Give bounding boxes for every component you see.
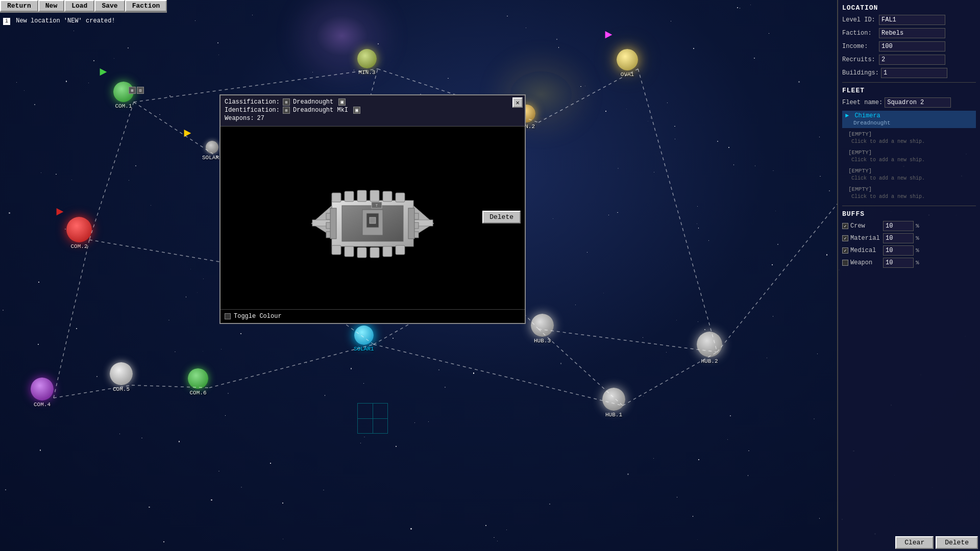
clear-button[interactable]: Clear [895, 536, 934, 549]
fleet-empty-2: [EMPTY] [845, 130, 875, 138]
classification-icon: ⊞ [283, 98, 290, 106]
new-button[interactable]: New [38, 0, 64, 12]
crew-checkbox[interactable] [842, 223, 848, 229]
delete-button[interactable]: Delete [936, 536, 978, 549]
save-button[interactable]: Save [94, 0, 125, 12]
material-percent: % [916, 235, 919, 241]
map-node-com5[interactable]: COM.5 [110, 362, 133, 392]
toggle-colour-checkbox[interactable] [225, 313, 231, 319]
fleet-name-input[interactable] [885, 97, 951, 108]
map-node-com1[interactable]: COM.1 ⊞ ⊡ [113, 82, 134, 109]
svg-rect-34 [396, 193, 405, 202]
map-node-ova1[interactable]: OVA1 [617, 49, 638, 78]
fleet-ship-2[interactable]: [EMPTY] Click to add a new ship. [842, 129, 976, 146]
map-node-hub1[interactable]: HUB.1 [602, 388, 625, 418]
fleet-ship-3[interactable]: [EMPTY] Click to add a new ship. [842, 147, 976, 165]
map-node-com6[interactable]: COM.6 [188, 368, 208, 396]
crew-input[interactable] [883, 221, 914, 231]
toggle-colour-label: Toggle Colour [234, 313, 282, 320]
identification-expand[interactable]: ▣ [353, 107, 360, 114]
svg-rect-35 [332, 245, 341, 255]
classification-label: Classification: [225, 98, 280, 106]
weapon-checkbox[interactable] [842, 260, 848, 266]
weapon-input[interactable] [883, 258, 914, 268]
svg-rect-46 [414, 213, 419, 219]
medical-input[interactable] [883, 245, 914, 256]
fleet-ship-1[interactable]: ► Chimera Dreadnought [842, 111, 976, 128]
material-input[interactable] [883, 233, 914, 243]
buffs-title: BUFFS [842, 210, 976, 218]
buildings-row: Buildings: [842, 68, 976, 78]
recruits-input[interactable] [879, 55, 945, 65]
map-node-com2[interactable]: COM.2 [66, 217, 92, 249]
fleet-ship-type-1: Dreadnought [845, 120, 891, 126]
faction-input[interactable] [879, 28, 945, 38]
material-label: Material [850, 235, 881, 242]
buildings-input[interactable] [881, 68, 947, 78]
fleet-empty-sub-4: Click to add a new ship. [845, 176, 925, 181]
classification-value: Dreadnought [293, 98, 333, 106]
buff-row-crew: Crew % [842, 221, 976, 231]
notification-text: New location 'NEW' created! [16, 17, 115, 24]
ship-modal-close-button[interactable]: ✕ [512, 97, 523, 108]
ship-footer: Toggle Colour [220, 309, 525, 323]
svg-rect-28 [370, 217, 376, 223]
arrow-green: ► [100, 65, 107, 79]
svg-rect-33 [383, 191, 392, 202]
recruits-label: Recruits: [842, 56, 877, 63]
map-node-hub2[interactable]: HUB.2 [697, 332, 722, 364]
fleet-title: FLEET [842, 87, 976, 94]
svg-rect-32 [370, 190, 379, 202]
buildings-label: Buildings: [842, 69, 879, 77]
fleet-empty-sub-3: Click to add a new ship. [845, 157, 925, 163]
svg-rect-47 [414, 222, 419, 229]
svg-rect-51 [326, 222, 330, 229]
svg-rect-49 [330, 208, 336, 239]
weapons-label: Weapons: [225, 115, 254, 122]
ship-modal-delete-button[interactable]: Delete [482, 211, 521, 223]
recruits-row: Recruits: [842, 55, 976, 65]
material-checkbox[interactable] [842, 235, 848, 241]
classification-expand[interactable]: ▣ [338, 98, 346, 106]
svg-rect-38 [370, 247, 379, 258]
map-node-com4[interactable]: COM.4 [31, 378, 54, 408]
svg-rect-29 [332, 193, 341, 202]
fleet-empty-4: [EMPTY] [845, 167, 875, 175]
map-node-solar1[interactable]: SOLAR1 [354, 325, 374, 352]
buff-row-medical: Medical % [842, 245, 976, 256]
notification-bar: i New location 'NEW' created! [0, 16, 118, 26]
svg-rect-45 [408, 208, 414, 239]
svg-rect-50 [326, 213, 330, 219]
arrow-red: ► [56, 205, 63, 219]
level-id-row: Level ID: [842, 15, 976, 25]
notif-icon: i [3, 18, 10, 25]
map-node-min3[interactable]: MIN.3 [357, 49, 377, 76]
sidebar: LOCATION Level ID: Faction: Income: Recr… [837, 0, 980, 551]
svg-text:T: T [376, 203, 378, 208]
location-title: LOCATION [842, 4, 976, 12]
identification-label: Identification: [225, 107, 280, 114]
level-id-input[interactable] [879, 15, 945, 25]
fleet-name-row: Fleet name: [842, 97, 976, 108]
fleet-ship-4[interactable]: [EMPTY] Click to add a new ship. [842, 166, 976, 183]
buff-row-weapon: Weapon % [842, 258, 976, 268]
level-id-label: Level ID: [842, 16, 877, 23]
income-label: Income: [842, 43, 877, 50]
fleet-empty-sub-2: Click to add a new ship. [845, 139, 925, 144]
faction-button[interactable]: Faction [125, 0, 167, 12]
income-input[interactable] [879, 41, 945, 52]
medical-percent: % [916, 247, 919, 254]
identification-icon: ⊞ [283, 107, 290, 114]
svg-rect-39 [383, 246, 392, 257]
medical-checkbox[interactable] [842, 247, 848, 254]
identification-value: Dreadnought MkI [293, 107, 348, 114]
map-node-hub3[interactable]: HUB.3 [531, 314, 554, 344]
arrow-pink: ► [605, 28, 612, 42]
ship-info-modal: Classification: ⊞ Dreadnought ▣ Identifi… [219, 94, 526, 324]
fleet-empty-5: [EMPTY] [845, 185, 875, 193]
svg-rect-40 [396, 245, 405, 255]
load-button[interactable]: Load [64, 0, 94, 12]
return-button[interactable]: Return [0, 0, 38, 12]
svg-rect-52 [326, 232, 330, 238]
fleet-ship-5[interactable]: [EMPTY] Click to add a new ship. [842, 184, 976, 202]
